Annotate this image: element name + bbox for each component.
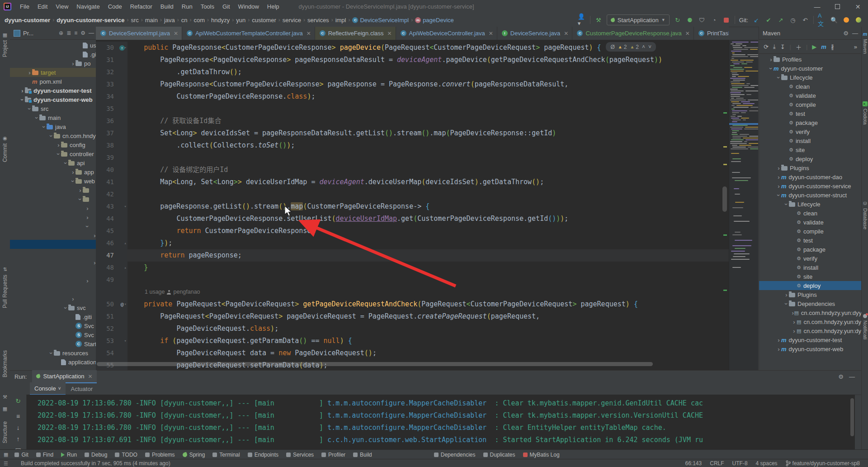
- code-line[interactable]: 41 Map<Long, Set<Long>> deviceUserIdMap …: [96, 176, 729, 188]
- hide-panel-icon[interactable]: —: [849, 373, 855, 380]
- debug-icon[interactable]: ⚈: [686, 16, 694, 24]
- project-tree-row[interactable]: ›app: [10, 167, 96, 176]
- breadcrumb-item[interactable]: yun: [236, 17, 245, 24]
- editor-tab[interactable]: CDeviceServiceImpl.java✕: [96, 27, 182, 40]
- status-caret-position[interactable]: 66:143: [685, 460, 702, 467]
- code-line[interactable]: 45 return CustomerPageDeviceResponse;: [96, 225, 729, 237]
- maven-tree-row[interactable]: ⚙package: [759, 245, 862, 254]
- editor-tab[interactable]: CApiWebDeviceController.java✕: [396, 27, 497, 40]
- project-tree-row[interactable]: ›src: [10, 104, 96, 113]
- code-line[interactable]: 34 CustomerPageDeviceResponse.class);: [96, 91, 729, 103]
- code-line[interactable]: 36 // 获取设备Id集合: [96, 115, 729, 127]
- run-icon[interactable]: ▶: [812, 43, 816, 50]
- gear-icon[interactable]: ⚙: [80, 30, 85, 36]
- menu-item-help[interactable]: Help: [263, 0, 283, 13]
- chevron-icon[interactable]: ›: [84, 224, 91, 229]
- hide-panel-icon[interactable]: —: [852, 30, 858, 37]
- chevron-icon[interactable]: ›: [92, 259, 96, 266]
- tool-stripe-maven[interactable]: mMaven: [862, 31, 868, 54]
- project-tree-row[interactable]: SSvc: [10, 321, 96, 330]
- scroll-down-icon[interactable]: ↓: [17, 424, 20, 431]
- maven-tree-row[interactable]: ⚙deploy: [759, 154, 862, 163]
- tool-window-button-duplicates[interactable]: Duplicates: [483, 452, 515, 458]
- editor-tab[interactable]: CApiWebCustomerTemplateController.java✕: [182, 27, 315, 40]
- project-tree-row[interactable]: [10, 240, 96, 249]
- maven-tree-row[interactable]: ›▤cn.com.hndyzy.yun:dy: [759, 317, 862, 326]
- rerun-icon[interactable]: ↻: [674, 16, 682, 24]
- code-line[interactable]: 1 usagepengfanao: [96, 286, 729, 298]
- status-indent-setting[interactable]: 4 spaces: [756, 460, 778, 467]
- add-icon[interactable]: ＋: [796, 43, 802, 51]
- gear-icon[interactable]: ⚙: [843, 30, 849, 37]
- project-tree-row[interactable]: ›web: [10, 176, 96, 186]
- tool-windows-icon[interactable]: ▦: [4, 452, 8, 457]
- project-tree-row[interactable]: ›: [10, 231, 96, 240]
- maven-tree-row[interactable]: ⚙deploy: [759, 281, 862, 290]
- maven-tree-row[interactable]: ›Dependencies: [759, 299, 862, 308]
- maven-tree-row[interactable]: ⚙site: [759, 145, 862, 154]
- project-tree-row[interactable]: use: [10, 41, 96, 50]
- maven-tree-row[interactable]: ⚙compile: [759, 100, 862, 109]
- code-line[interactable]: 37 Set<Long> deviceIdsSet = pageResponse…: [96, 127, 729, 139]
- project-tree-row[interactable]: [10, 285, 96, 294]
- maven-tree-row[interactable]: ›mdyyun-customer-dao: [759, 172, 862, 181]
- soft-wrap-icon[interactable]: ≡: [16, 413, 20, 420]
- console-tab-actuator[interactable]: Actuator: [66, 383, 97, 395]
- maven-icon[interactable]: m: [821, 43, 826, 50]
- maven-tree-row[interactable]: ⚙install: [759, 136, 862, 145]
- project-tree-row[interactable]: ›: [10, 213, 96, 222]
- fold-icon[interactable]: ▾: [124, 200, 127, 213]
- code-line[interactable]: 48▴ }: [96, 262, 729, 274]
- project-tree-row[interactable]: ›dyyun-customer-web: [10, 95, 96, 104]
- maven-tree-row[interactable]: ⚙validate: [759, 91, 862, 100]
- tool-window-button-dependencies[interactable]: Dependencies: [434, 452, 476, 458]
- chevron-icon[interactable]: ›: [78, 187, 83, 194]
- codota-icon[interactable]: [842, 16, 850, 24]
- expand-all-icon[interactable]: ≣: [66, 30, 71, 36]
- hide-panel-icon[interactable]: —: [89, 30, 94, 36]
- code-line[interactable]: 49: [96, 274, 729, 286]
- breadcrumb-item[interactable]: customer: [252, 17, 276, 24]
- collapse-all-icon[interactable]: ≡: [74, 30, 77, 36]
- hamburger-icon[interactable]: ☰: [4, 461, 8, 467]
- stop-icon[interactable]: [722, 16, 731, 24]
- minimap[interactable]: [729, 40, 758, 370]
- run-tab[interactable]: StartApplication ✕: [32, 370, 96, 383]
- tool-window-button-git[interactable]: Git: [14, 452, 28, 458]
- status-message[interactable]: Build completed successfully in 7 sec, 9…: [21, 460, 170, 467]
- menu-item-refactor[interactable]: Refactor: [126, 0, 156, 13]
- breadcrumb-item[interactable]: CDeviceServiceImpl: [352, 17, 409, 24]
- maven-tree-row[interactable]: ›mdyyun-customer-struct: [759, 191, 862, 200]
- project-tree-row[interactable]: ›: [10, 222, 96, 231]
- project-tree-row[interactable]: ›dyyun-customer-test: [10, 86, 96, 95]
- chevron-icon[interactable]: ›: [85, 277, 90, 284]
- chevron-icon[interactable]: ›: [92, 232, 96, 239]
- code-line[interactable]: 44 CustomerPageDeviceResponse.setUserLis…: [96, 213, 729, 225]
- tool-window-button-debug[interactable]: Debug: [85, 452, 107, 458]
- code-line[interactable]: 47 return pageResponse;: [96, 249, 729, 262]
- usage-inlay-hint[interactable]: 1 usagepengfanao: [145, 286, 729, 298]
- code-line[interactable]: 38 .collect(Collectors.toSet());: [96, 139, 729, 152]
- project-tree-row[interactable]: ›main: [10, 113, 96, 122]
- breadcrumb-item[interactable]: hndyzy: [211, 17, 230, 24]
- project-tree-row[interactable]: ›config: [10, 140, 96, 149]
- code-line[interactable]: 40 // 设备绑定的用户Id: [96, 164, 729, 176]
- tool-stripe-database[interactable]: ⛁Database: [862, 201, 868, 229]
- chevron-icon[interactable]: ›: [776, 174, 781, 181]
- menu-item-edit[interactable]: Edit: [33, 0, 52, 13]
- code-line[interactable]: 39: [96, 152, 729, 164]
- prev-issue-icon[interactable]: ˄: [642, 44, 645, 50]
- chevron-icon[interactable]: ›: [784, 291, 789, 298]
- maven-tree-row[interactable]: ⚙validate: [759, 218, 862, 227]
- maven-tree-row[interactable]: ⚙test: [759, 236, 862, 245]
- code-line[interactable]: 50@▾ private PageRequest<PageDeviceReque…: [96, 298, 729, 310]
- tab-close-icon[interactable]: ✕: [174, 30, 178, 37]
- status-line-ending[interactable]: CRLF: [710, 460, 724, 467]
- git-commit-icon[interactable]: ✔: [764, 16, 773, 24]
- project-tree-row[interactable]: ›po: [10, 59, 96, 68]
- breadcrumb-item[interactable]: mpageDevice: [415, 17, 454, 24]
- tool-window-button-services[interactable]: Services: [286, 452, 314, 458]
- tool-stripe-codota[interactable]: >_Codota: [862, 101, 868, 124]
- tool-window-button-run[interactable]: Run: [61, 452, 77, 458]
- breadcrumb-item[interactable]: services: [307, 17, 329, 24]
